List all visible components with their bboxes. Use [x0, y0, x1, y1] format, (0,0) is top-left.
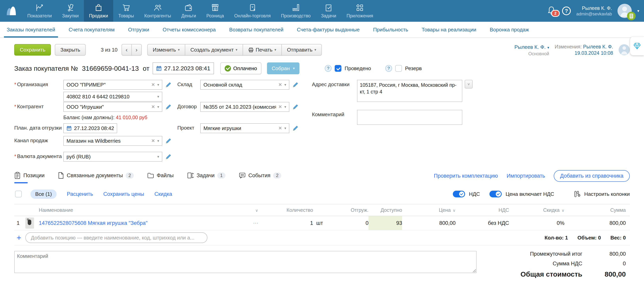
tab-files[interactable]: Файлы [147, 172, 174, 179]
comment-field-textarea[interactable] [357, 110, 462, 125]
owner-name-link[interactable]: Рылеев К. Ф. [514, 44, 546, 50]
tab-profitability[interactable]: Прибыльность [366, 22, 415, 37]
currency-edit-pencil-icon[interactable] [166, 154, 172, 160]
sales-channel-select[interactable]: Магазин на Wildberries ✕▾ [63, 136, 162, 146]
nav-item-retail[interactable]: Розница [201, 0, 229, 22]
tab-customer-returns[interactable]: Возвраты покупателей [222, 22, 290, 37]
sales-channel-edit-pencil-icon[interactable] [166, 138, 172, 144]
next-document-button[interactable]: › [132, 44, 142, 55]
product-name-link[interactable]: 1476522528075608 Мягкая игрушка "Зебра" [39, 220, 148, 226]
row-discount[interactable]: 0% [509, 220, 564, 226]
tab-customer-invoices[interactable]: Счета покупателям [62, 22, 121, 37]
close-button[interactable]: Закрыть [55, 44, 86, 55]
select-all-checkbox[interactable] [15, 191, 22, 197]
owner-block[interactable]: Рылеев К. Ф. ▾ Основной [514, 43, 549, 57]
assembly-state-button[interactable]: Собран ▾ [267, 62, 300, 74]
bonus-gem-widget[interactable] [630, 37, 644, 55]
clear-icon[interactable]: ✕ [278, 82, 282, 87]
clear-icon[interactable]: ✕ [152, 82, 155, 87]
clear-icon[interactable]: ✕ [278, 126, 282, 131]
caret-down-icon[interactable]: ▾ [157, 83, 159, 87]
caret-down-icon[interactable]: ▾ [157, 105, 159, 109]
contract-select[interactable]: №355 от 24.10.2023 (комиссия) ✕▾ [200, 102, 289, 112]
header-name[interactable]: Наименование [39, 207, 73, 213]
table-row[interactable]: 1 1476522528075608 Мягкая игрушка "Зебра… [14, 216, 630, 230]
tab-issued-invoices[interactable]: Счета-фактуры выданные [290, 22, 366, 37]
document-datetime-input[interactable]: 27.12.2023 08:41 [152, 62, 214, 74]
clear-icon[interactable]: ✕ [278, 104, 282, 110]
save-prices-link[interactable]: Сохранить цены [103, 191, 144, 197]
caret-down-icon[interactable]: ▾ [284, 126, 286, 130]
tab-goods-on-consignment[interactable]: Товары на реализации [415, 22, 483, 37]
warehouse-select[interactable]: Основной склад ✕▾ [200, 80, 289, 90]
print-menu-button[interactable]: Печать▾ [243, 44, 282, 55]
add-from-catalog-button[interactable]: Добавить из справочника [554, 170, 630, 182]
document-number[interactable]: 31669659-0041-13 [82, 65, 139, 72]
header-shipped[interactable]: Отгруж. [331, 207, 368, 213]
reprice-link[interactable]: Расценить [67, 191, 93, 197]
tab-sales-funnel[interactable]: Воронка продаж [483, 22, 536, 37]
row-price[interactable]: 800,00 [402, 220, 456, 226]
tab-shipments[interactable]: Отгрузки [121, 22, 156, 37]
vat-toggle[interactable] [453, 191, 465, 197]
organization-edit-pencil-icon[interactable] [166, 82, 172, 88]
caret-down-icon[interactable]: ▾ [284, 105, 286, 109]
column-sort-icon[interactable]: ∨ [255, 208, 258, 213]
counterparty-edit-pencil-icon[interactable] [166, 104, 172, 110]
nav-item-tasks[interactable]: Задачи [316, 0, 342, 22]
nav-item-online-trade[interactable]: Онлайн-торговля [229, 0, 276, 22]
create-document-menu-button[interactable]: Создать документ▾ [185, 44, 243, 55]
price-includes-vat-toggle[interactable] [490, 191, 502, 197]
order-comment-textarea[interactable] [14, 251, 476, 273]
caret-down-icon[interactable]: ▾ [157, 154, 159, 159]
row-vat[interactable]: без НДС [456, 220, 509, 226]
user-info[interactable]: Рылеев К. Ф. admin@sevkavlab [576, 5, 612, 17]
tab-events[interactable]: События 2 [239, 172, 281, 179]
caret-down-icon[interactable]: ▾ [157, 139, 159, 143]
send-menu-button[interactable]: Отправить▾ [282, 44, 322, 55]
posted-help-icon[interactable]: ? [325, 65, 332, 72]
clear-icon[interactable]: ✕ [152, 138, 155, 144]
product-thumbnail[interactable] [25, 218, 34, 229]
nav-item-money[interactable]: Деньги [176, 0, 201, 22]
prev-document-button[interactable]: ‹ [122, 44, 132, 55]
nav-item-apps[interactable]: Приложения [342, 0, 378, 22]
nav-item-counterparties[interactable]: Контрагенты [139, 0, 176, 22]
row-actions-icon[interactable]: ⋯ [253, 220, 258, 226]
add-position-input[interactable] [25, 232, 208, 243]
contract-edit-pencil-icon[interactable] [292, 104, 298, 110]
delivery-address-textarea[interactable]: 105187, Россия, г Москва, Московский пр-… [357, 80, 462, 102]
nav-item-production[interactable]: Производство [276, 0, 316, 22]
user-avatar[interactable] [618, 4, 632, 18]
reserve-checkbox[interactable] [395, 65, 402, 72]
notifications-bell-icon[interactable]: 2 [547, 6, 556, 16]
warehouse-edit-pencil-icon[interactable] [292, 82, 298, 88]
clear-icon[interactable]: ✕ [152, 104, 155, 110]
check-kit-link[interactable]: Проверить комплектацию [434, 173, 498, 179]
nav-item-sales[interactable]: Продажи [84, 0, 113, 22]
delivery-address-expand-button[interactable]: ˅ [465, 80, 472, 89]
organization-select[interactable]: ООО "ПРИМЕР" ✕▾ [63, 80, 162, 90]
header-price[interactable]: Цена∨ [402, 207, 456, 213]
edit-menu-button[interactable]: Изменить▾ [147, 44, 185, 55]
caret-down-icon[interactable]: ▾ [157, 94, 159, 99]
tab-positions[interactable]: Позиции [14, 172, 44, 180]
row-qty[interactable]: 1 [266, 220, 313, 226]
tab-linked-documents[interactable]: Связанные документы 2 [58, 172, 134, 180]
reserve-help-icon[interactable]: ? [385, 65, 392, 72]
project-edit-pencil-icon[interactable] [292, 125, 298, 131]
discount-link[interactable]: Скидка [154, 191, 172, 197]
tab-tasks[interactable]: Задачи 1 [187, 172, 225, 180]
app-logo-icon[interactable] [0, 0, 22, 22]
tab-customer-orders[interactable]: Заказы покупателей [0, 22, 62, 37]
nav-item-goods[interactable]: Товары [113, 0, 139, 22]
user-menu-caret-icon[interactable]: ▾ [637, 8, 639, 13]
nav-item-purchases[interactable]: Закупки [57, 0, 84, 22]
counterparty-select[interactable]: ООО "Игрушки" ✕▾ [63, 102, 162, 112]
paid-status-button[interactable]: Оплачено [220, 62, 262, 74]
header-discount[interactable]: Скидка∨ [509, 207, 564, 213]
import-link[interactable]: Импортировать [507, 173, 545, 179]
add-position-plus-icon[interactable]: + [14, 233, 25, 242]
help-icon[interactable]: ? [562, 6, 571, 15]
header-vat[interactable]: НДС [456, 207, 509, 213]
